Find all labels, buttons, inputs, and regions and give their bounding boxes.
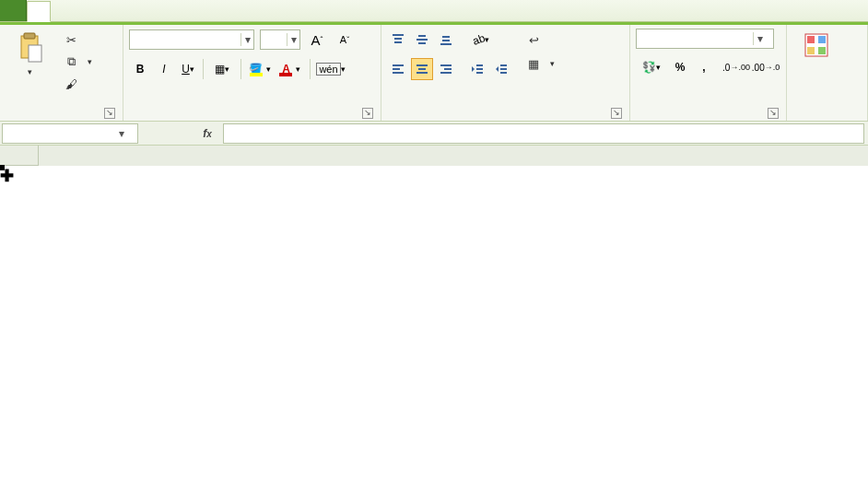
select-all-button[interactable] <box>0 146 39 166</box>
group-alignment: ab▾ ↩ ▦▾ ↘ <box>381 25 630 121</box>
font-name-input[interactable] <box>130 33 240 47</box>
svg-rect-31 <box>818 47 826 54</box>
name-box[interactable]: ▾ <box>2 123 138 144</box>
svg-rect-14 <box>393 72 404 74</box>
svg-rect-12 <box>393 64 404 66</box>
font-name-combo[interactable]: ▾ <box>129 29 254 50</box>
svg-rect-20 <box>440 72 452 74</box>
bold-button[interactable]: B <box>129 58 151 80</box>
number-format-combo[interactable]: ▾ <box>636 29 774 49</box>
font-color-button[interactable]: A▾ <box>276 58 306 80</box>
selection-rectangle <box>0 166 4 169</box>
svg-rect-26 <box>500 72 507 74</box>
wrap-icon: ↩ <box>526 32 541 47</box>
svg-rect-11 <box>440 43 452 45</box>
border-button[interactable]: ▦▾ <box>207 58 237 80</box>
svg-rect-1 <box>24 33 35 39</box>
font-size-combo[interactable]: ▾ <box>260 29 300 50</box>
group-clipboard: ▾ ✂ ⧉▾ 🖌 ↘ <box>0 25 123 121</box>
merge-center-button[interactable]: ▦▾ <box>522 54 559 73</box>
align-middle-button[interactable] <box>411 29 433 51</box>
svg-rect-9 <box>442 36 450 38</box>
chevron-down-icon[interactable]: ▾ <box>240 33 253 46</box>
formula-bar: ▾ fx <box>0 122 868 146</box>
align-top-button[interactable] <box>387 29 409 51</box>
copy-icon: ⧉ <box>64 54 78 69</box>
phonetic-button[interactable]: wén▾ <box>314 58 347 80</box>
number-launcher[interactable]: ↘ <box>768 108 779 119</box>
decrease-indent-button[interactable] <box>466 58 488 80</box>
svg-rect-19 <box>444 68 452 70</box>
tab-pagelayout[interactable] <box>73 0 95 21</box>
svg-rect-2 <box>29 45 41 62</box>
column-headers <box>39 146 868 166</box>
chevron-down-icon[interactable]: ▾ <box>111 127 132 140</box>
group-number: ▾ 💱▾ % , .0→.00 .00→.0 ↘ <box>630 25 787 121</box>
cut-button[interactable]: ✂ <box>59 30 97 49</box>
orientation-button[interactable]: ab▾ <box>466 29 496 51</box>
svg-rect-24 <box>500 64 507 66</box>
percent-button[interactable]: % <box>669 56 691 78</box>
chevron-down-icon: ▾ <box>28 67 32 76</box>
wrap-text-button[interactable]: ↩ <box>522 30 559 49</box>
svg-rect-25 <box>500 68 507 70</box>
comma-button[interactable]: , <box>693 56 715 78</box>
italic-button[interactable]: I <box>153 58 175 80</box>
align-right-button[interactable] <box>435 58 457 80</box>
group-font: ▾ ▾ Aˆ Aˇ B I U▾ ▦▾ 🪣▾ A▾ wén▾ ↘ <box>123 25 381 121</box>
svg-rect-30 <box>807 47 815 54</box>
tab-formulas[interactable] <box>95 0 117 21</box>
chevron-down-icon[interactable]: ▾ <box>287 33 299 46</box>
name-box-input[interactable] <box>3 126 111 140</box>
grid: ✚ <box>0 146 868 166</box>
scissors-icon: ✂ <box>64 32 78 47</box>
clipboard-launcher[interactable]: ↘ <box>104 108 115 119</box>
align-launcher[interactable]: ↘ <box>611 108 622 119</box>
fx-icon[interactable]: fx <box>192 127 223 140</box>
svg-rect-7 <box>416 39 428 41</box>
increase-font-button[interactable]: Aˆ <box>306 29 328 51</box>
increase-indent-button[interactable] <box>490 58 512 80</box>
group-styles <box>787 25 868 121</box>
cross-cursor-icon: ✚ <box>0 166 14 186</box>
tab-developer[interactable] <box>183 0 205 21</box>
tab-insert[interactable] <box>51 0 73 21</box>
svg-rect-21 <box>476 64 483 66</box>
align-left-button[interactable] <box>387 58 409 80</box>
font-size-input[interactable] <box>261 33 287 47</box>
svg-rect-18 <box>440 64 452 66</box>
svg-rect-22 <box>476 68 483 70</box>
svg-rect-29 <box>818 36 826 43</box>
align-bottom-button[interactable] <box>435 29 457 51</box>
conditional-format-button[interactable] <box>792 29 840 64</box>
increase-decimal-button[interactable]: .0→.00 <box>722 56 750 78</box>
border-icon: ▦ <box>215 63 225 76</box>
formula-input[interactable] <box>223 123 864 144</box>
underline-button[interactable]: U▾ <box>177 58 199 80</box>
copy-button[interactable]: ⧉▾ <box>59 53 97 71</box>
svg-rect-17 <box>416 72 428 74</box>
align-center-button[interactable] <box>411 58 433 80</box>
paste-button[interactable]: ▾ <box>6 29 53 80</box>
tab-view[interactable] <box>161 0 183 21</box>
font-launcher[interactable]: ↘ <box>362 108 373 119</box>
svg-rect-3 <box>393 34 404 36</box>
decrease-decimal-button[interactable]: .00→.0 <box>752 56 780 78</box>
merge-icon: ▦ <box>526 56 541 71</box>
tab-file[interactable] <box>0 0 27 21</box>
accounting-button[interactable]: 💱▾ <box>636 56 667 78</box>
chevron-down-icon[interactable]: ▾ <box>753 32 766 45</box>
svg-rect-13 <box>393 68 400 70</box>
fill-color-button[interactable]: 🪣▾ <box>245 58 275 80</box>
svg-rect-16 <box>418 68 426 70</box>
tab-review[interactable] <box>139 0 161 21</box>
svg-rect-8 <box>418 42 426 44</box>
tab-home[interactable] <box>27 1 51 22</box>
svg-rect-5 <box>394 41 402 43</box>
menu-bar <box>0 0 868 22</box>
number-format-input[interactable] <box>637 32 753 46</box>
svg-rect-4 <box>394 38 402 40</box>
tab-data[interactable] <box>117 0 139 21</box>
decrease-font-button[interactable]: Aˇ <box>334 29 356 51</box>
format-painter-button[interactable]: 🖌 <box>59 75 97 93</box>
